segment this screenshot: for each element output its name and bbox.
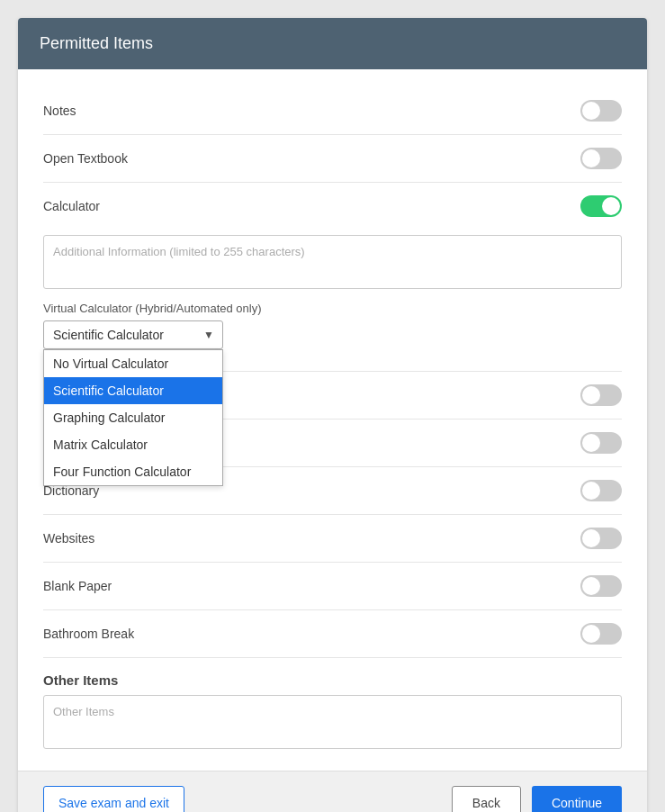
open-textbook-slider [580,148,622,169]
card-header: Permitted Items [18,18,647,69]
dropdown-item-four-function[interactable]: Four Function Calculator [44,458,222,485]
calculator-toggle[interactable] [580,195,622,217]
blank-paper-toggle[interactable] [580,575,622,597]
additional-info-input[interactable] [43,235,622,289]
main-card: Permitted Items Notes Open Textbook Calc… [18,18,647,812]
virtual-calc-label: Virtual Calculator (Hybrid/Automated onl… [43,302,622,315]
save-exit-button[interactable]: Save exam and exit [43,786,184,812]
other-items-section: Other Items [43,672,622,753]
thesaurus-toggle[interactable] [580,432,622,454]
card-body: Notes Open Textbook Calculator [18,69,647,771]
thesaurus-slider [580,432,622,454]
blank-paper-slider [580,575,622,597]
spell-check-slider [580,384,622,406]
notes-row: Notes [43,87,622,135]
dictionary-slider [580,480,622,501]
dropdown-item-graphing[interactable]: Graphing Calculator [44,404,222,431]
page-title: Permitted Items [40,34,153,52]
other-items-input[interactable] [43,695,622,749]
spell-check-toggle[interactable] [580,384,622,406]
bathroom-break-label: Bathroom Break [43,627,134,641]
calculator-label: Calculator [43,199,100,213]
dropdown-list: No Virtual Calculator Scientific Calcula… [43,349,223,486]
back-button[interactable]: Back [452,786,521,812]
dictionary-toggle[interactable] [580,480,622,501]
dropdown-item-no-virtual[interactable]: No Virtual Calculator [44,350,222,377]
virtual-calc-dropdown-wrapper: No Virtual Calculator Scientific Calcula… [43,320,223,349]
blank-paper-row: Blank Paper [43,563,622,610]
notes-label: Notes [43,104,76,118]
calculator-slider [580,195,622,217]
other-items-label: Other Items [43,672,622,688]
open-textbook-toggle[interactable] [580,148,622,169]
continue-button[interactable]: Continue [532,786,622,812]
bathroom-break-slider [580,623,622,645]
websites-toggle[interactable] [580,528,622,549]
card-footer: Save exam and exit Back Continue [18,771,647,812]
calculator-extra: Virtual Calculator (Hybrid/Automated onl… [43,230,622,372]
blank-paper-label: Blank Paper [43,579,112,593]
footer-right-buttons: Back Continue [452,786,622,812]
calculator-row: Calculator [43,183,622,230]
dropdown-item-scientific[interactable]: Scientific Calculator [44,377,222,404]
open-textbook-row: Open Textbook [43,135,622,183]
websites-row: Websites [43,515,622,563]
bathroom-break-row: Bathroom Break [43,610,622,658]
notes-slider [580,100,622,122]
notes-toggle[interactable] [580,100,622,122]
websites-slider [580,528,622,549]
dropdown-item-matrix[interactable]: Matrix Calculator [44,431,222,458]
bathroom-break-toggle[interactable] [580,623,622,645]
open-textbook-label: Open Textbook [43,151,128,166]
virtual-calc-select[interactable]: No Virtual Calculator Scientific Calcula… [43,320,223,349]
websites-label: Websites [43,531,94,546]
